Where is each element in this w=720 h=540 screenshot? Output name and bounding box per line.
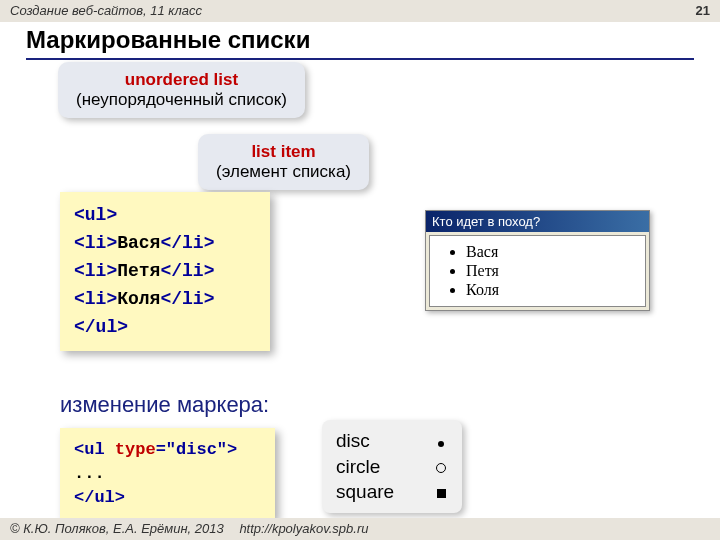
page-number: 21 [696, 3, 710, 19]
list-item: Петя [466, 262, 639, 280]
tag-ul-open2: <ul [74, 440, 105, 459]
circle-icon [434, 454, 448, 480]
title-rule [26, 58, 694, 60]
marker-name: disc [336, 428, 370, 454]
tag-li-close: </li> [160, 261, 214, 281]
tag-li-close: </li> [160, 289, 214, 309]
tag-ul-open: <ul> [74, 205, 117, 225]
footer-link[interactable]: http://kpolyakov.spb.ru [239, 521, 368, 536]
code-example-main: <ul> <li>Вася</li> <li>Петя</li> <li>Кол… [60, 192, 270, 351]
rendered-list: Вася Петя Коля [440, 243, 639, 299]
gt: > [227, 440, 237, 459]
marker-row: disc [336, 428, 448, 454]
marker-legend: disc circle square [322, 420, 462, 513]
page-title: Маркированные списки [26, 26, 310, 54]
header-band: Создание веб-сайтов, 11 класс 21 [0, 0, 720, 22]
tag-ul-close2: </ul> [74, 488, 125, 507]
callout-list-item: list item (элемент списка) [198, 134, 369, 190]
dots: ... [74, 464, 105, 483]
browser-title: Кто идет в поход? [426, 211, 649, 232]
tag-ul-close: </ul> [74, 317, 128, 337]
browser-body: Вася Петя Коля [429, 235, 646, 307]
browser-preview: Кто идет в поход? Вася Петя Коля [425, 210, 650, 311]
marker-name: circle [336, 454, 380, 480]
callout-unordered-list: unordered list (неупорядоченный список) [58, 62, 305, 118]
list-item: Коля [466, 281, 639, 299]
code-item: Вася [117, 233, 160, 253]
callout-head: unordered list [76, 70, 287, 90]
marker-row: square [336, 479, 448, 505]
callout-sub: (элемент списка) [216, 162, 351, 182]
attr-type: type [105, 440, 156, 459]
copyright: © К.Ю. Поляков, Е.А. Ерёмин, 2013 [10, 521, 224, 536]
callout-head: list item [216, 142, 351, 162]
marker-name: square [336, 479, 394, 505]
code-item: Коля [117, 289, 160, 309]
tag-li-open: <li> [74, 289, 117, 309]
attr-val: "disc" [166, 440, 227, 459]
code-item: Петя [117, 261, 160, 281]
callout-sub: (неупорядоченный список) [76, 90, 287, 110]
course-label: Создание веб-сайтов, 11 класс [10, 3, 202, 19]
tag-li-close: </li> [160, 233, 214, 253]
tag-li-open: <li> [74, 261, 117, 281]
square-icon [434, 479, 448, 505]
list-item: Вася [466, 243, 639, 261]
disc-icon [434, 428, 448, 454]
tag-li-open: <li> [74, 233, 117, 253]
footer-band: © К.Ю. Поляков, Е.А. Ерёмин, 2013 http:/… [0, 518, 720, 540]
marker-row: circle [336, 454, 448, 480]
eq: = [156, 440, 166, 459]
change-marker-label: изменение маркера: [60, 392, 269, 418]
code-example-type: <ul type="disc"> ... </ul> [60, 428, 275, 519]
